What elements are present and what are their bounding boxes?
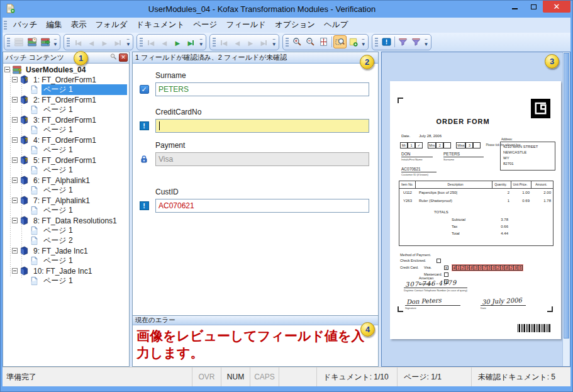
tree-document-item[interactable]: 6: FT_Alphalink1 [3,176,129,186]
doc-items-rows: U112Paperclips [box of 250]21.002.00Y263… [399,189,553,205]
tree-page-item[interactable]: ページ 1 [3,256,129,266]
tree-page-item[interactable]: ページ 1 [3,85,129,95]
tree-page-item[interactable]: ページ 1 [3,105,129,115]
panel-close-icon[interactable]: ✕ [119,53,128,62]
tree-batch-item[interactable]: ?UserModules_04 [3,65,129,75]
menu-item-4[interactable]: ドキュメント [132,18,189,32]
menu-item-3[interactable]: フォルダ [91,18,131,32]
tree-document-item[interactable]: 10: FT_Jade Inc1 [3,266,129,276]
pin-icon[interactable] [109,53,118,62]
last-folder-icon[interactable]: ▶ [111,35,125,48]
field-confirmed-checkbox-icon[interactable]: ✓ [139,84,149,94]
expand-toggle-icon[interactable] [12,137,18,143]
tree-document-item[interactable]: ?3: FT_OrderForm1 [3,115,129,125]
toolbar-grip[interactable] [375,38,378,47]
field-invalid-exclamation-icon: ! [139,121,149,130]
toolbar-overflow-chevron[interactable]: −▼ [272,37,277,47]
filter-fields-icon[interactable] [396,35,409,48]
tree-page-item[interactable]: ページ 1 [3,206,129,216]
next-folder-icon[interactable]: ▶ [98,35,111,48]
menu-item-1[interactable]: 編集 [42,18,66,32]
scrollbar-thumb[interactable] [564,53,569,339]
doc-title: ORDER FORM [390,118,536,125]
expand-toggle-icon[interactable] [12,177,18,183]
creditcardno-input[interactable] [155,119,369,133]
tree-document-item[interactable]: ?5: FT_OrderForm1 [3,155,129,165]
page-icon [30,125,40,135]
zoom-selection-icon[interactable] [333,35,347,48]
maximize-button[interactable] [524,1,543,13]
tree-document-item[interactable]: ?4: FT_OrderForm1 [3,135,129,145]
tree-page-item[interactable]: ページ 1 [3,145,129,155]
expand-toggle-icon[interactable] [4,67,10,72]
tree-document-item[interactable]: 9: FT_Jade Inc1 [3,246,129,256]
tree-document-item[interactable]: ?2: FT_OrderForm1 [3,95,129,105]
toolbar-overflow-chevron[interactable]: −▼ [53,37,58,47]
prev-page-icon[interactable]: ◀ [231,35,244,48]
prev-document-icon[interactable]: ◀ [158,35,171,48]
tree-document-item[interactable]: ?1: FT_OrderForm1 [3,75,129,85]
tree-document-item[interactable]: 8: FT_Data Resolutions1 [3,216,129,226]
reroute-batch-icon[interactable] [12,35,25,48]
expand-toggle-icon[interactable] [12,248,18,254]
toolbar-overflow-chevron[interactable]: −▼ [361,37,366,47]
add-note-icon[interactable] [347,35,360,48]
tree-item-label: 2: FT_OrderForm1 [31,96,98,104]
expand-toggle-icon[interactable] [12,117,18,123]
menu-item-5[interactable]: ページ [189,18,221,32]
expand-toggle-icon[interactable] [12,268,18,274]
toolbar-grip[interactable] [286,38,289,47]
tree-page-item[interactable]: ページ 1 [3,226,129,236]
first-page-icon[interactable]: ◀ [218,35,231,48]
validation-panel: 1 フィールドが確認済み、2 フィールドが未確認 Surname ✓ Credi… [132,52,379,367]
menu-item-8[interactable]: ヘルプ [320,18,352,32]
doc-credit-card-number: 4129830750258295 [452,264,523,271]
doc-cc-digit-cell: 5 [501,265,505,271]
menu-item-0[interactable]: バッチ [9,18,42,32]
tree-document-item[interactable]: 7: FT_Alphalink1 [3,196,129,206]
callout-badge-1: 1 [74,51,88,65]
first-folder-icon[interactable]: ◀ [72,35,85,48]
first-document-icon[interactable]: ◀ [145,35,158,48]
minimize-button[interactable] [505,1,524,13]
next-page-icon[interactable]: ▶ [244,35,257,48]
menu-item-7[interactable]: オプション [270,18,320,32]
toolbar-overflow-chevron[interactable]: −▼ [424,37,429,47]
app-icon[interactable] [5,3,16,14]
expand-toggle-icon[interactable] [12,77,18,82]
expand-toggle-icon[interactable] [12,97,18,103]
toolbar-grip[interactable] [7,38,10,47]
last-page-icon[interactable]: ▶ [257,35,270,48]
tree-page-item[interactable]: ページ 1 [3,125,129,135]
next-document-icon[interactable]: ▶ [171,35,184,48]
filter-documents-icon[interactable] [409,35,423,48]
prev-folder-icon[interactable]: ◀ [85,35,98,48]
menu-item-2[interactable]: 表示 [66,18,91,32]
fit-page-icon[interactable] [317,35,330,48]
custid-input[interactable] [155,199,369,213]
expand-toggle-icon[interactable] [12,218,18,223]
close-batch-icon[interactable] [38,35,52,48]
force-invalid-icon[interactable] [380,35,393,48]
zoom-in-icon[interactable] [291,35,304,48]
expand-toggle-icon[interactable] [12,157,18,163]
zoom-out-icon[interactable] [304,35,317,48]
tree-page-item[interactable]: ページ 1 [3,186,129,196]
toolbar-overflow-chevron[interactable]: −▼ [126,37,131,47]
tree-page-item[interactable]: ページ 2 [3,236,129,246]
viewer-vertical-scrollbar[interactable] [562,52,570,366]
document-image[interactable]: ORDER FORM Date.July 28, 2006 Mr1✓Mrs2Mi… [390,81,561,339]
toolbar-grip[interactable] [213,38,216,47]
tree-page-item[interactable]: ページ 1 [3,276,129,286]
tree-page-item[interactable]: ページ 1 [3,165,129,176]
toolbar-grip[interactable] [67,38,70,47]
surname-input[interactable] [155,82,369,96]
menu-item-6[interactable]: フィールド [221,18,270,32]
suspend-batch-icon[interactable] [25,35,38,48]
last-document-icon[interactable]: ▶ [184,35,197,48]
doc-salutation-mr: Mr1✓ [400,142,423,148]
toolbar-overflow-chevron[interactable]: −▼ [199,37,204,47]
close-button[interactable]: ✕ [543,1,570,13]
toolbar-grip[interactable] [140,38,143,47]
expand-toggle-icon[interactable] [12,198,18,203]
